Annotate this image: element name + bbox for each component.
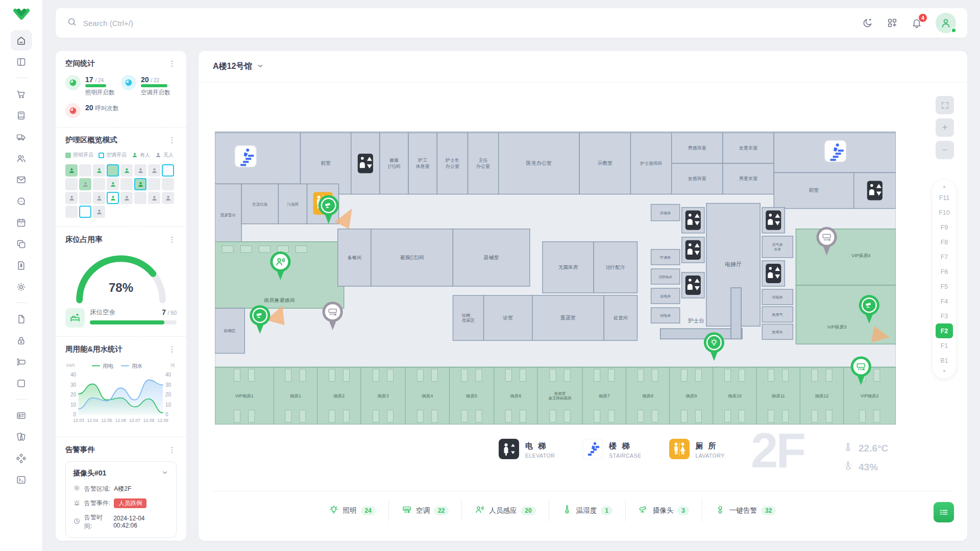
sidebar-item-cards[interactable]	[11, 427, 32, 447]
sidebar-item-users[interactable]	[11, 148, 32, 168]
floor-item-F2[interactable]: F2	[936, 323, 953, 338]
sidebar-item-gear[interactable]	[11, 277, 32, 297]
sidebar-item-invoice[interactable]	[11, 255, 32, 276]
floor-scroll-up-icon[interactable]: ▲	[942, 183, 946, 190]
nursing-cell[interactable]	[93, 192, 105, 204]
kebab-menu-icon[interactable]	[167, 59, 177, 68]
sidebar-item-book[interactable]	[11, 105, 32, 126]
floor-item-F9[interactable]: F9	[936, 220, 953, 235]
chevron-down-icon[interactable]	[256, 62, 264, 72]
sidebar-item-home[interactable]	[11, 30, 32, 51]
nursing-cell[interactable]	[65, 164, 78, 177]
avatar[interactable]	[936, 13, 956, 33]
sidebar-item-file[interactable]	[11, 309, 32, 329]
elevator-icon	[766, 211, 781, 230]
nursing-cell[interactable]	[93, 206, 105, 218]
nursing-cell[interactable]	[162, 164, 174, 177]
nursing-cell[interactable]	[93, 178, 105, 190]
zoom-out-button[interactable]: −	[936, 141, 954, 159]
floor-item-F7[interactable]: F7	[936, 249, 953, 264]
kebab-menu-icon[interactable]	[167, 445, 177, 455]
sidebar-item-chat[interactable]	[11, 191, 32, 211]
nursing-cell[interactable]	[134, 192, 146, 204]
nursing-cell[interactable]	[120, 178, 133, 190]
svg-text:男值班室: 男值班室	[688, 145, 706, 151]
nursing-cell[interactable]	[107, 178, 119, 190]
alarm-row-value: 2024-12-04 00:42:06	[113, 515, 169, 529]
alarm-event-card[interactable]: 摄像头#01 告警区域: A楼2F 告警事件: 人员跌倒 告警时间: 2024-…	[65, 461, 177, 538]
nursing-cell[interactable]	[65, 178, 78, 190]
map-legend-toggle-button[interactable]	[934, 502, 954, 522]
nursing-cell[interactable]	[79, 178, 91, 190]
zoom-in-button[interactable]: +	[936, 118, 954, 137]
kebab-menu-icon[interactable]	[167, 345, 177, 354]
nursing-cell[interactable]	[79, 206, 91, 218]
sidebar-item-square[interactable]	[11, 373, 32, 393]
kebab-menu-icon[interactable]	[167, 235, 177, 244]
nursing-cell[interactable]	[107, 164, 119, 177]
toolbar-item-personw[interactable]: 人员感应 20	[461, 500, 548, 521]
stat-value: 20 / 22	[141, 76, 159, 84]
sidebar-item-components[interactable]	[11, 448, 32, 468]
sidebar-item-layout[interactable]	[11, 52, 32, 72]
nursing-cell[interactable]	[162, 178, 174, 190]
svg-text:无菌库房: 无菌库房	[558, 264, 578, 270]
floor-item-B1[interactable]: B1	[936, 353, 953, 368]
toolbar-count: 22	[434, 506, 449, 515]
nursing-cell[interactable]	[65, 192, 78, 204]
svg-text:诊室: 诊室	[503, 315, 513, 320]
floor-item-F4[interactable]: F4	[936, 294, 953, 309]
chevron-down-icon[interactable]	[161, 468, 169, 478]
dark-mode-icon[interactable]	[862, 17, 873, 29]
svg-text:护士台: 护士台	[688, 317, 704, 323]
svg-text:晾晒区: 晾晒区	[224, 329, 236, 333]
nursing-cell[interactable]	[148, 192, 160, 204]
sidebar-item-mail[interactable]	[11, 169, 32, 190]
notifications-bell-icon[interactable]: 4	[911, 17, 922, 29]
svg-text:40: 40	[165, 372, 172, 378]
sidebar-item-lock[interactable]	[11, 330, 32, 350]
gear-icon	[73, 484, 81, 493]
nursing-cell[interactable]	[79, 192, 91, 204]
floor-item-F11[interactable]: F11	[936, 190, 953, 205]
toolbar-item-bulb[interactable]: 照明 24	[316, 500, 388, 521]
alarm-icon	[73, 499, 81, 508]
floor-item-F6[interactable]: F6	[936, 264, 953, 279]
apps-grid-icon[interactable]	[887, 17, 898, 29]
floor-item-F1[interactable]: F1	[936, 338, 953, 353]
floor-item-F3[interactable]: F3	[936, 309, 953, 323]
nursing-cell[interactable]	[134, 164, 146, 177]
floor-plan[interactable]: 前室被服(污)间护工休息室护士长办公室主任办公室医生办公室示教室护士值班间男值班…	[215, 127, 896, 424]
nursing-cell[interactable]	[148, 178, 160, 190]
nursing-cell[interactable]	[134, 178, 146, 190]
nursing-cell[interactable]	[120, 192, 133, 204]
nursing-cell[interactable]	[93, 164, 105, 177]
nursing-cell[interactable]	[107, 192, 119, 204]
personw-icon	[475, 505, 485, 517]
sidebar-item-terminal[interactable]	[11, 469, 32, 490]
floor-item-F8[interactable]: F8	[936, 235, 953, 249]
nursing-cell[interactable]	[79, 164, 91, 177]
toolbar-item-cam[interactable]: 摄像头 3	[625, 500, 702, 521]
sidebar-item-calendar[interactable]	[11, 212, 32, 233]
floor-scroll-down-icon[interactable]: ▼	[942, 368, 946, 375]
floor-item-F10[interactable]: F10	[936, 205, 953, 220]
nursing-cell[interactable]	[162, 192, 174, 204]
sidebar-item-idcard[interactable]	[11, 405, 32, 425]
nursing-cell[interactable]	[65, 206, 78, 218]
nursing-cell[interactable]	[120, 164, 133, 177]
sidebar-item-cart[interactable]	[11, 84, 32, 104]
sidebar-item-truck[interactable]	[11, 127, 32, 147]
toolbar-item-ac[interactable]: 空调 22	[388, 500, 461, 521]
kebab-menu-icon[interactable]	[167, 136, 177, 145]
floor-item-F5[interactable]: F5	[936, 279, 953, 294]
toolbar-item-touch[interactable]: 一键告警 32	[702, 500, 789, 521]
toolbar-item-thermo[interactable]: 温湿度 1	[549, 500, 625, 521]
search-input[interactable]	[83, 19, 298, 28]
sidebar-item-input[interactable]	[11, 352, 32, 372]
staircase-icon	[825, 140, 846, 162]
fullscreen-button[interactable]	[936, 96, 954, 114]
nursing-cell[interactable]	[148, 164, 160, 177]
sidebar-item-copy[interactable]	[11, 234, 32, 254]
svg-text:处置间: 处置间	[613, 315, 627, 320]
